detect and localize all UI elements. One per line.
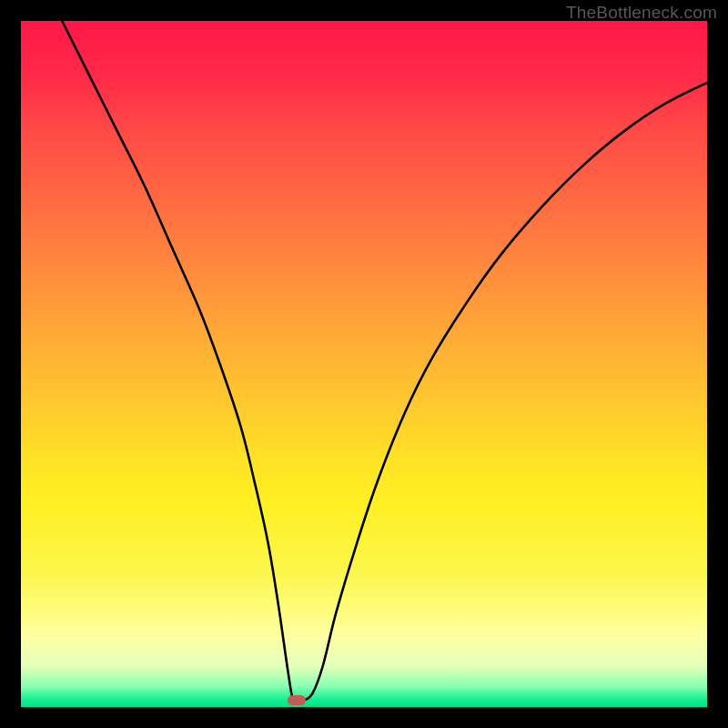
bottleneck-curve	[21, 21, 707, 707]
optimal-point-marker	[288, 695, 306, 705]
watermark-label: TheBottleneck.com	[566, 3, 717, 23]
